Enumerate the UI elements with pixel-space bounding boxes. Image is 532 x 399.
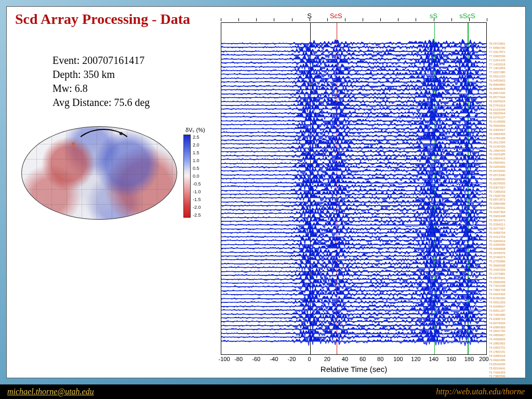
colorbar-tick: 0.5 bbox=[193, 166, 201, 171]
velocity-colorbar: δVₛ (%) 2.52.01.51.00.50.0-0.5-1.0-1.5-2… bbox=[183, 127, 220, 221]
x-tick: 20 bbox=[324, 356, 330, 362]
x-ticks: -100-80-60-40-20020406080100120140160180… bbox=[221, 356, 487, 363]
colorbar-ticks: 2.52.01.51.00.50.0-0.5-1.0-1.5-2.0-2.5 bbox=[191, 135, 201, 218]
event-marker bbox=[72, 142, 75, 145]
colorbar-strip bbox=[183, 135, 191, 218]
x-tick: 200 bbox=[479, 356, 488, 362]
station-marker bbox=[119, 132, 123, 135]
trace-distance-list: 78.0572891 77.5896790 77.3317871 77.2990… bbox=[489, 42, 506, 378]
x-tick: 40 bbox=[342, 356, 348, 362]
colorbar-tick: -1.5 bbox=[193, 197, 201, 202]
x-tick: -60 bbox=[252, 356, 260, 362]
x-tick: -20 bbox=[288, 356, 296, 362]
footer-url[interactable]: http://web.utah.edu/thorne bbox=[436, 387, 525, 396]
colorbar-tick: 2.0 bbox=[193, 142, 201, 148]
colorbar-tick: 0.0 bbox=[193, 174, 201, 179]
event-info: Event: 200707161417 Depth: 350 km Mw: 6.… bbox=[52, 54, 150, 110]
x-tick: 160 bbox=[447, 356, 456, 362]
colorbar-tick: -1.0 bbox=[193, 189, 201, 194]
event-distance: Avg Distance: 75.6 deg bbox=[52, 96, 150, 110]
event-id: Event: 200707161417 bbox=[52, 54, 150, 68]
x-tick: -100 bbox=[219, 356, 230, 362]
seismogram-panel: SScSsSsScS -100-80-60-40-200204060801001… bbox=[219, 11, 514, 375]
phase-label-S: S bbox=[307, 12, 312, 20]
x-tick: -80 bbox=[234, 356, 243, 362]
tomography-globe bbox=[21, 126, 177, 220]
globe-map bbox=[21, 126, 177, 225]
x-tick: 180 bbox=[464, 356, 474, 362]
seismogram-axes bbox=[221, 22, 487, 355]
page-title: Scd Array Processing - Data bbox=[15, 11, 190, 28]
trace-row bbox=[221, 336, 486, 347]
x-tick: 100 bbox=[393, 356, 403, 362]
colorbar-tick: 1.5 bbox=[193, 150, 201, 155]
raypath-arc bbox=[73, 129, 135, 165]
footer-bar: michael.thorne@utah.edu http://web.utah.… bbox=[0, 384, 532, 399]
phase-label-sScS: sScS bbox=[459, 12, 475, 20]
colorbar-tick: 2.5 bbox=[193, 135, 201, 140]
colorbar-title: δVₛ (%) bbox=[185, 127, 205, 134]
colorbar-tick: 1.0 bbox=[193, 158, 201, 163]
x-tick: 140 bbox=[429, 356, 438, 362]
x-tick: -40 bbox=[270, 356, 278, 362]
colorbar-tick: -0.5 bbox=[193, 181, 201, 187]
colorbar-tick: -2.0 bbox=[193, 205, 201, 210]
colorbar-tick: -2.5 bbox=[193, 212, 201, 218]
event-mw: Mw: 6.8 bbox=[52, 82, 150, 96]
phase-label-ScS: ScS bbox=[330, 12, 342, 20]
x-tick: 60 bbox=[360, 356, 366, 362]
x-tick: 80 bbox=[377, 356, 383, 362]
top-ticks bbox=[221, 18, 487, 22]
phase-label-sS: sS bbox=[430, 12, 437, 20]
x-axis-label: Relative Time (sec) bbox=[221, 365, 487, 374]
footer-email[interactable]: michael.thorne@utah.edu bbox=[7, 387, 94, 396]
x-tick: 0 bbox=[308, 356, 311, 362]
trace-stack bbox=[221, 23, 486, 354]
event-depth: Depth: 350 km bbox=[52, 68, 150, 82]
x-tick: 120 bbox=[411, 356, 420, 362]
